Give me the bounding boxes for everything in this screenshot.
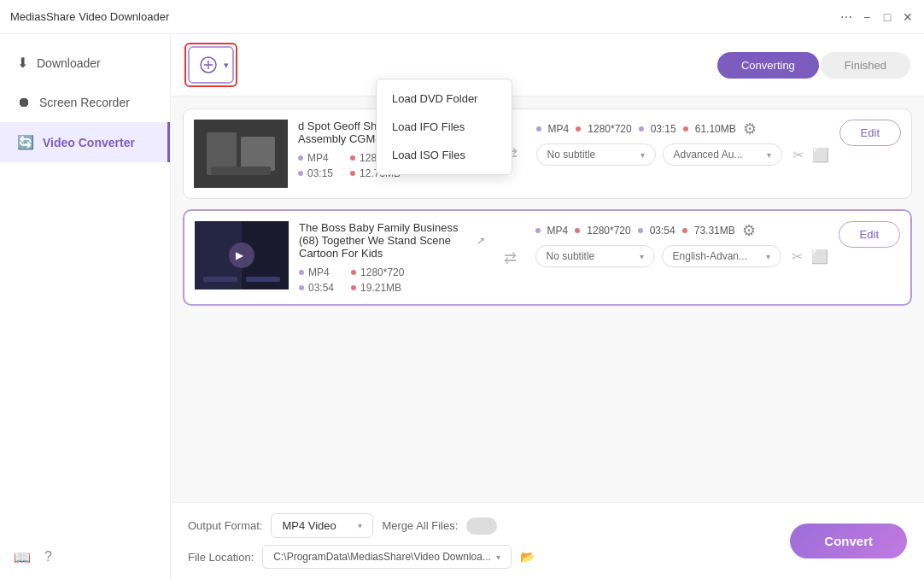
file-1-crop-icon[interactable]: ⬜ <box>812 147 829 163</box>
file-1-advanced-select[interactable]: Advanced Au... ▾ <box>663 143 782 166</box>
f1-out-format: MP4 <box>548 123 570 135</box>
video-converter-icon: 🔄 <box>17 134 34 150</box>
add-file-button[interactable] <box>193 50 224 80</box>
load-ifo-files-item[interactable]: Load IFO Files <box>377 113 512 141</box>
file-item-1: d Spot Geoff Short Film by Assembly CGMe… <box>183 108 912 199</box>
external-link-2-icon[interactable]: ↗ <box>477 235 485 247</box>
file-2-gear-icon[interactable]: ⚙ <box>742 221 756 240</box>
file-2-duration-dot <box>299 285 304 290</box>
merge-label: Merge All Files: <box>382 519 458 532</box>
app-title: MediasShare Video Downloader <box>10 10 169 23</box>
f2-out-format-dot <box>535 228 541 233</box>
file-1-duration-value: 03:15 <box>307 167 333 179</box>
file-1-subtitle-value: No subtitle <box>547 149 596 161</box>
file-2-edit-button[interactable]: Edit <box>839 221 900 248</box>
bottom-rows: Output Format: MP4 Video ▾ Merge All Fil… <box>188 513 535 569</box>
svg-rect-6 <box>211 167 271 175</box>
sidebar-item-screen-recorder[interactable]: ⏺ Screen Recorder <box>0 83 170 122</box>
file-1-subtitle-select[interactable]: No subtitle ▾ <box>536 143 656 166</box>
minimize-btn[interactable]: − <box>861 11 873 23</box>
file-1-output-top: MP4 1280*720 03:15 61.10MB ⚙ <box>536 120 829 138</box>
screen-recorder-icon: ⏺ <box>17 95 31 110</box>
file-item-2: ▶ The Boss Baby Family Business (68) Tog… <box>183 209 912 306</box>
file-location-label: File Location: <box>188 551 254 564</box>
book-icon[interactable]: 📖 <box>14 549 31 565</box>
format-value: MP4 Video <box>282 519 336 532</box>
file-2-settings-row: No subtitle ▾ English-Advan... ▾ ✂ ⬜ <box>535 245 828 267</box>
f2-out-dur-dot <box>638 228 643 233</box>
toolbar: ▾ Load DVD Folder Load IFO Files Load IS… <box>171 34 924 96</box>
thumbnail-2-image: ▶ <box>195 221 289 290</box>
file-1-size-dot <box>350 171 355 176</box>
file-1-cut-icon[interactable]: ✂ <box>792 147 804 163</box>
folder-open-icon[interactable]: 📂 <box>520 550 535 564</box>
add-btn-wrapper: ▾ <box>188 46 234 84</box>
tab-converting[interactable]: Converting <box>717 52 819 79</box>
bottom-bar: Output Format: MP4 Video ▾ Merge All Fil… <box>171 502 924 579</box>
merge-toggle[interactable] <box>466 518 497 535</box>
sidebar-item-video-converter[interactable]: 🔄 Video Converter <box>0 122 170 162</box>
convert-button[interactable]: Convert <box>790 523 907 559</box>
tabs: Converting Finished <box>717 52 910 79</box>
file-2-resolution-value: 1280*720 <box>360 266 404 278</box>
file-list: d Spot Geoff Short Film by Assembly CGMe… <box>171 96 924 502</box>
file-2-resolution: 1280*720 <box>351 266 404 278</box>
add-dropdown-arrow[interactable]: ▾ <box>224 60 229 71</box>
file-2-subtitle-value: No subtitle <box>547 250 595 262</box>
file-2-advanced-arrow: ▾ <box>766 252 770 261</box>
f1-out-size-dot <box>683 126 688 132</box>
sidebar-item-downloader-label: Downloader <box>37 56 101 70</box>
file-2-format: MP4 <box>299 266 334 278</box>
file-2-duration: 03:54 <box>299 282 334 294</box>
sidebar-item-screen-recorder-label: Screen Recorder <box>39 96 130 109</box>
file-1-edit-button[interactable]: Edit <box>839 120 901 146</box>
maximize-btn[interactable]: □ <box>881 11 893 23</box>
f2-out-res: 1280*720 <box>587 225 630 237</box>
f1-out-dur-dot <box>639 126 644 132</box>
file-1-gear-icon[interactable]: ⚙ <box>743 120 757 138</box>
sidebar-item-downloader[interactable]: ⬇ Downloader <box>0 43 170 83</box>
file-1-format-dot <box>298 155 303 161</box>
file-1-advanced-value: Advanced Au... <box>674 149 743 161</box>
file-item-2-top: ▶ The Boss Baby Family Business (68) Tog… <box>195 221 900 294</box>
file-1-format: MP4 <box>298 152 333 164</box>
file-2-format-dot <box>299 270 304 275</box>
file-2-shuffle-icon[interactable]: ⇄ <box>495 249 525 267</box>
format-select[interactable]: MP4 Video ▾ <box>271 513 373 538</box>
title-bar-controls: ⋯ − □ ✕ <box>840 11 914 23</box>
file-2-title: The Boss Baby Family Business (68) Toget… <box>299 221 485 260</box>
file-1-format-value: MP4 <box>307 152 329 164</box>
f1-out-dur: 03:15 <box>651 123 676 135</box>
file-2-format-value: MP4 <box>308 266 330 278</box>
location-select[interactable]: C:\ProgramData\MediasShare\Video Downloa… <box>262 545 512 569</box>
file-2-cut-icon[interactable]: ✂ <box>792 249 803 265</box>
file-1-action-icons: ✂ ⬜ <box>792 147 829 163</box>
location-value: C:\ProgramData\MediasShare\Video Downloa… <box>273 551 491 563</box>
sidebar-item-video-converter-label: Video Converter <box>43 136 135 149</box>
main-layout: ⬇ Downloader ⏺ Screen Recorder 🔄 Video C… <box>0 34 924 579</box>
file-2-size-dot <box>351 285 356 290</box>
load-dvd-folder-item[interactable]: Load DVD Folder <box>377 85 512 113</box>
load-iso-files-item[interactable]: Load ISO Files <box>377 141 512 169</box>
file-2-subtitle-select[interactable]: No subtitle ▾ <box>535 245 655 267</box>
f2-out-size: 73.31MB <box>694 225 735 237</box>
close-btn[interactable]: ✕ <box>902 11 914 23</box>
file-1-output-settings: MP4 1280*720 03:15 61.10MB ⚙ <box>536 120 829 166</box>
add-button-highlighted: ▾ <box>184 43 237 87</box>
file-1-subtitle-arrow: ▾ <box>640 150 645 160</box>
file-2-meta: MP4 03:54 <box>299 266 485 294</box>
file-2-crop-icon[interactable]: ⬜ <box>811 249 828 265</box>
file-1-thumbnail <box>194 120 288 188</box>
file-2-thumbnail: ▶ <box>195 221 289 290</box>
tab-finished[interactable]: Finished <box>821 52 910 79</box>
app-window: MediasShare Video Downloader ⋯ − □ ✕ ⬇ D… <box>0 0 924 579</box>
menu-btn[interactable]: ⋯ <box>840 11 852 23</box>
svg-rect-5 <box>241 137 275 171</box>
location-row: File Location: C:\ProgramData\MediasShar… <box>188 545 535 569</box>
file-2-duration-value: 03:54 <box>308 282 334 294</box>
sidebar: ⬇ Downloader ⏺ Screen Recorder 🔄 Video C… <box>0 34 171 579</box>
f2-out-res-dot <box>575 228 580 233</box>
file-1-duration-dot <box>298 171 303 176</box>
help-icon[interactable]: ? <box>44 549 52 565</box>
file-2-advanced-select[interactable]: English-Advan... ▾ <box>662 245 781 267</box>
